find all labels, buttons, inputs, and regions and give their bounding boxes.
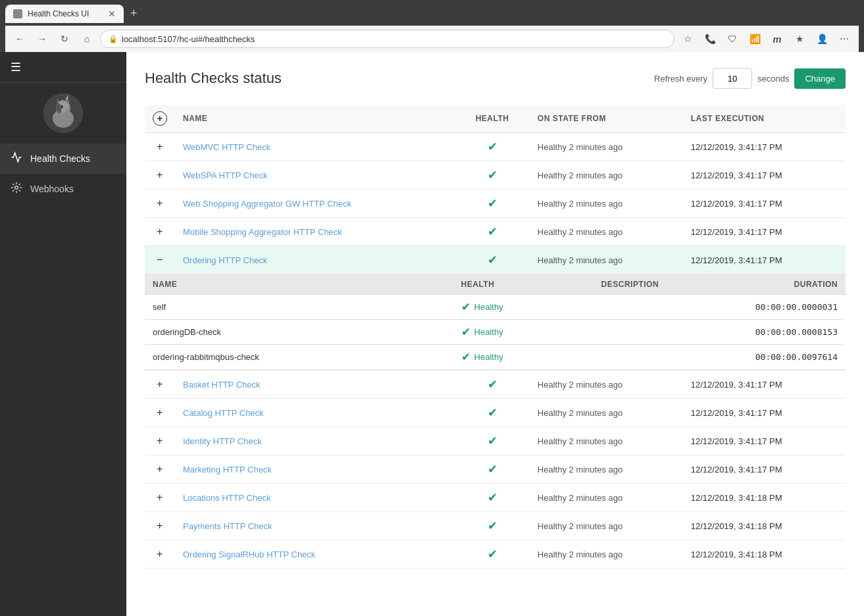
health-icon: ✔ [488, 491, 497, 504]
home-button[interactable]: ⌂ [78, 30, 96, 48]
sub-health-badge: ✔ Healthy [461, 325, 503, 339]
extension-icon-1[interactable]: 📞 [701, 30, 719, 48]
check-name: Marketing HTTP Check [183, 465, 272, 475]
on-state-text: Healthy 2 minutes ago [538, 436, 623, 446]
lock-icon: 🔒 [109, 35, 118, 43]
expand-button[interactable]: + [153, 168, 166, 182]
tab-title: Health Checks UI [28, 9, 89, 18]
expand-button[interactable]: + [153, 140, 166, 154]
sidebar-item-health-checks[interactable]: Health Checks [0, 143, 126, 174]
sub-table-row: orderingDB-check ✔ Healthy 00:00:00.000 [145, 320, 846, 345]
expand-button[interactable]: + [153, 377, 166, 392]
expand-button[interactable]: + [153, 224, 166, 239]
health-icon: ✔ [488, 463, 497, 476]
on-state-text: Healthy 2 minutes ago [538, 199, 623, 209]
check-name: Ordering SignalRHub HTTP Check [183, 550, 315, 559]
sidebar-header: ☰ [0, 52, 126, 83]
sub-check-circle: ✔ [461, 325, 470, 339]
reload-button[interactable]: ↻ [55, 30, 74, 48]
on-state-text: Healthy 2 minutes ago [538, 380, 623, 390]
health-cell: ✔ [455, 399, 530, 427]
last-exec-text: 12/12/2019, 3:41:17 PM [691, 170, 782, 180]
table-row: + Locations HTTP Check ✔ Healthy 2 minut… [145, 484, 846, 512]
sub-table-row: ordering-rabbitmqbus-check ✔ Healthy 00 [145, 345, 846, 370]
refresh-interval-input[interactable] [713, 68, 752, 89]
sub-col-duration: DURATION [734, 274, 846, 295]
extension-icon-2[interactable]: 🛡 [723, 30, 742, 48]
table-row: + Basket HTTP Check ✔ Healthy 2 minutes … [145, 371, 846, 399]
sidebar-avatar-container [43, 93, 83, 133]
on-state-text: Healthy 2 minutes ago [538, 255, 623, 265]
expand-button[interactable]: − [153, 253, 166, 267]
on-state-cell: Healthy 2 minutes ago [530, 218, 683, 246]
check-name-cell: Ordering HTTP Check [175, 246, 455, 274]
check-name-cell: Web Shopping Aggregator GW HTTP Check [175, 190, 455, 218]
last-exec-cell: 12/12/2019, 3:41:17 PM [683, 190, 846, 218]
extension-icon-4[interactable]: m [768, 30, 786, 48]
url-display: localhost:5107/hc-ui#/healthchecks [122, 34, 666, 44]
forward-button[interactable]: → [33, 30, 51, 48]
expand-button[interactable]: + [153, 405, 166, 420]
extensions-button[interactable]: ★ [790, 30, 809, 48]
table-row: − Ordering HTTP Check ✔ Healthy 2 minute… [145, 246, 846, 274]
check-name: Identity HTTP Check [183, 436, 262, 446]
svg-point-10 [15, 186, 18, 190]
health-icon: ✔ [488, 548, 497, 561]
expand-cell: + [145, 161, 175, 190]
check-name: WebMVC HTTP Check [183, 142, 270, 152]
expand-button[interactable]: + [153, 490, 166, 505]
extension-icon-3[interactable]: 📶 [746, 30, 764, 48]
table-row: + WebSPA HTTP Check ✔ Healthy 2 minutes … [145, 161, 846, 190]
last-exec-cell: 12/12/2019, 3:41:17 PM [683, 133, 846, 161]
on-state-cell: Healthy 2 minutes ago [530, 133, 683, 161]
table-row: + Payments HTTP Check ✔ Healthy 2 minute… [145, 512, 846, 540]
on-state-cell: Healthy 2 minutes ago [530, 161, 683, 190]
active-tab[interactable]: Health Checks UI ✕ [5, 5, 124, 23]
expand-button[interactable]: + [153, 434, 166, 448]
hamburger-icon[interactable]: ☰ [11, 60, 21, 74]
health-cell: ✔ [455, 371, 530, 399]
table-header-row: + NAME HEALTH ON STATE FROM LAST EXECUTI… [145, 105, 846, 133]
new-tab-button[interactable]: + [125, 4, 143, 23]
check-name-cell: Mobile Shopping Aggregator HTTP Check [175, 218, 455, 246]
expand-cell: + [145, 371, 175, 399]
table-row: + Web Shopping Aggregator GW HTTP Check … [145, 190, 846, 218]
on-state-cell: Healthy 2 minutes ago [530, 399, 683, 427]
health-icon: ✔ [488, 168, 497, 182]
expand-cell: + [145, 399, 175, 427]
page-header: Health Checks status Refresh every secon… [145, 68, 846, 89]
sidebar-item-webhooks[interactable]: Webhooks [0, 174, 126, 204]
refresh-label: Refresh every [654, 74, 707, 84]
bookmark-icon[interactable]: ☆ [678, 30, 697, 48]
tab-close-icon[interactable]: ✕ [108, 9, 116, 19]
expand-button[interactable]: + [153, 547, 166, 561]
sub-duration-cell: 00:00:00.0008153 [734, 320, 846, 345]
sub-duration-cell: 00:00:00.0097614 [734, 345, 846, 370]
sub-health-cell: ✔ Healthy [453, 345, 594, 370]
health-cell: ✔ [455, 484, 530, 512]
expand-button[interactable]: + [153, 519, 166, 533]
seconds-label: seconds [757, 74, 789, 84]
on-state-cell: Healthy 2 minutes ago [530, 484, 683, 512]
health-cell: ✔ [455, 190, 530, 218]
expand-button[interactable]: + [153, 196, 166, 211]
expand-cell: + [145, 512, 175, 540]
check-name: Basket HTTP Check [183, 380, 261, 390]
back-button[interactable]: ← [11, 30, 29, 48]
on-state-text: Healthy 2 minutes ago [538, 550, 623, 559]
check-name-cell: WebMVC HTTP Check [175, 133, 455, 161]
menu-button[interactable]: ⋯ [835, 30, 853, 48]
sidebar-item-label-webhooks: Webhooks [30, 184, 74, 194]
change-button[interactable]: Change [794, 68, 846, 89]
last-exec-text: 12/12/2019, 3:41:17 PM [691, 199, 782, 209]
sub-health-badge: ✔ Healthy [461, 300, 503, 314]
add-check-icon[interactable]: + [153, 111, 167, 126]
on-state-text: Healthy 2 minutes ago [538, 227, 623, 237]
main-content-area: Health Checks status Refresh every secon… [126, 52, 864, 616]
sub-check-circle: ✔ [461, 350, 470, 364]
profile-button[interactable]: 👤 [813, 30, 831, 48]
expand-button[interactable]: + [153, 462, 166, 476]
browser-chrome: Health Checks UI ✕ + ← → ↻ ⌂ 🔒 localhost… [0, 0, 864, 52]
address-bar[interactable]: 🔒 localhost:5107/hc-ui#/healthchecks [100, 30, 674, 48]
expand-cell: + [145, 218, 175, 246]
